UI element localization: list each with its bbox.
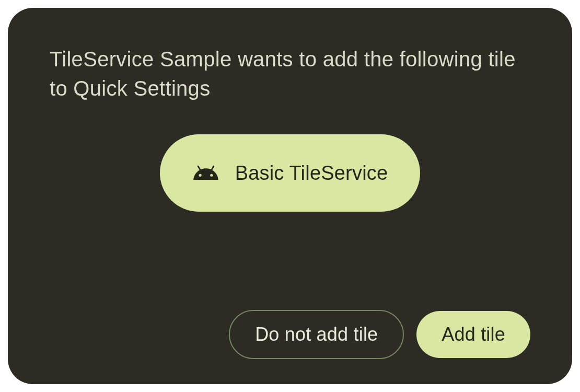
accept-button[interactable]: Add tile [416,311,530,358]
tile-label: Basic TileService [235,162,388,185]
tile-preview-container: Basic TileService [50,134,530,212]
dialog-title: TileService Sample wants to add the foll… [50,44,530,103]
add-tile-dialog: TileService Sample wants to add the foll… [8,8,572,384]
android-icon [192,159,219,187]
dialog-actions: Do not add tile Add tile [50,310,530,359]
decline-button[interactable]: Do not add tile [229,310,404,359]
tile-preview: Basic TileService [160,134,421,212]
